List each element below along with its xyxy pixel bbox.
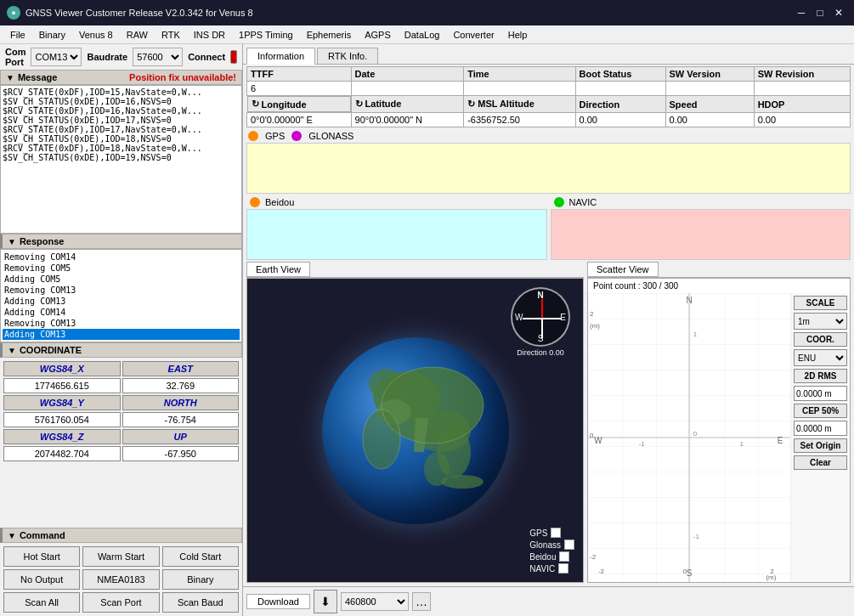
menu-agps[interactable]: AGPS xyxy=(358,28,398,42)
cold-start-button[interactable]: Cold Start xyxy=(162,546,239,567)
svg-text:-2: -2 xyxy=(598,568,605,575)
svg-point-8 xyxy=(363,410,400,469)
longitude-refresh-icon[interactable]: ↻ xyxy=(252,99,259,110)
svg-text:2: 2 xyxy=(590,310,594,318)
scatter-view-tabs: Scatter View xyxy=(587,262,851,278)
svg-text:(m): (m) xyxy=(766,574,776,581)
latitude-refresh-icon[interactable]: ↻ xyxy=(355,99,363,109)
response-line: Removing COM13 xyxy=(3,318,240,329)
svg-point-9 xyxy=(369,369,403,399)
earth-view-content: N S E W Direction 0. xyxy=(246,278,584,583)
glonass-legend-label: GLONASS xyxy=(308,131,353,141)
menu-help[interactable]: Help xyxy=(501,28,534,42)
legend-beidou: Beidou ✓ xyxy=(529,551,574,562)
minimize-button[interactable]: ─ xyxy=(793,4,810,21)
east-label[interactable]: EAST xyxy=(122,361,240,376)
wgs84z-label[interactable]: WGS84_Z xyxy=(3,429,121,444)
cep50-value[interactable] xyxy=(794,421,847,436)
main-content: Com Port COM13 COM1 COM2 Baudrate 57600 … xyxy=(0,44,854,616)
response-content[interactable]: Removing COM14Removing COM5Adding COM5Re… xyxy=(0,249,242,342)
gps-checkbox[interactable]: ✓ xyxy=(551,528,561,538)
download-baud-select[interactable]: 460800 115200 57600 xyxy=(341,592,409,611)
navic-checkbox[interactable]: ✓ xyxy=(558,563,568,574)
scatter-view-tab[interactable]: Scatter View xyxy=(587,262,659,277)
nmea0183-button[interactable]: NMEA0183 xyxy=(82,569,159,590)
menu-file[interactable]: File xyxy=(3,28,32,42)
sw-revision-value xyxy=(754,82,850,96)
direction-label: Direction 0.00 xyxy=(511,348,570,357)
coordinate-grid: WGS84_X EAST 1774656.615 32.769 WGS84_Y … xyxy=(0,358,242,465)
warm-start-button[interactable]: Warm Start xyxy=(82,546,159,567)
response-label: Response xyxy=(20,236,65,246)
info-tab-bar: Information RTK Info. xyxy=(243,44,854,65)
info-grid-container: TTFF Date Time Boot Status SW Version SW… xyxy=(246,66,851,127)
north-label[interactable]: NORTH xyxy=(122,395,240,410)
compass-needle-svg xyxy=(512,289,568,345)
menu-datalog[interactable]: DataLog xyxy=(398,28,447,42)
scan-all-button[interactable]: Scan All xyxy=(3,592,80,613)
tab-information[interactable]: Information xyxy=(246,48,315,65)
gnss-legend-row: GPS GLONASS xyxy=(248,131,849,141)
wgs84x-label[interactable]: WGS84_X xyxy=(3,361,121,376)
globe-svg xyxy=(322,337,509,524)
message-line: $SV_CH_STATUS(0xDE),IOD=17,NSVS=0 xyxy=(3,116,240,125)
no-output-button[interactable]: No Output xyxy=(3,569,80,590)
response-line: Adding COM13 xyxy=(3,329,240,340)
scan-baud-button[interactable]: Scan Baud xyxy=(162,592,239,613)
speed-value: 0.00 xyxy=(665,113,754,127)
com-port-label: Com Port xyxy=(5,47,25,67)
wgs84x-value: 1774656.615 xyxy=(3,378,121,393)
beidou-header: Beidou xyxy=(246,195,547,209)
scatter-plot-area: N S E W 1 -1 0 1 -1 2 xyxy=(588,293,790,582)
up-label[interactable]: UP xyxy=(122,429,240,444)
navic-label: NAVIC xyxy=(569,197,597,207)
hot-start-button[interactable]: Hot Start xyxy=(3,546,80,567)
svg-text:0: 0 xyxy=(683,568,687,575)
msl-refresh-icon[interactable]: ↻ xyxy=(467,99,475,109)
binary-button[interactable]: Binary xyxy=(162,569,239,590)
glonass-checkbox[interactable]: ✓ xyxy=(564,540,574,550)
cep50-label: CEP 50% xyxy=(794,404,847,418)
menu-insdr[interactable]: INS DR xyxy=(187,28,232,42)
beidou-navic-row: Beidou NAVIC xyxy=(246,195,851,260)
navic-bars xyxy=(551,209,851,260)
wgs84y-label[interactable]: WGS84_Y xyxy=(3,395,121,410)
message-content[interactable]: $RCV_STATE(0xDF),IOD=15,NavState=0,W...$… xyxy=(0,85,242,234)
scan-port-button[interactable]: Scan Port xyxy=(82,592,159,613)
menu-1pps[interactable]: 1PPS Timing xyxy=(232,28,300,42)
message-arrow: ▼ xyxy=(6,73,14,82)
menu-raw[interactable]: RAW xyxy=(120,28,155,42)
scale-button[interactable]: SCALE xyxy=(794,296,847,310)
longitude-value: 0°0'0.00000" E xyxy=(247,113,352,127)
baudrate-select[interactable]: 57600 9600 115200 xyxy=(133,48,183,66)
menu-rtk[interactable]: RTK xyxy=(155,28,187,42)
coor-button[interactable]: COOR. xyxy=(794,332,847,347)
message-line: $SV_CH_STATUS(0xDE),IOD=18,NSVS=0 xyxy=(3,134,240,144)
download-tab[interactable]: Download xyxy=(246,594,310,609)
window-controls: ─ □ ✕ xyxy=(793,4,847,21)
wgs84z-value: 2074482.704 xyxy=(3,446,121,461)
north-value: -76.754 xyxy=(122,412,240,427)
rms2d-label: 2D RMS xyxy=(794,369,847,383)
tab-rtk-info[interactable]: RTK Info. xyxy=(317,48,378,64)
message-line: $RCV_STATE(0xDF),IOD=18,NavState=0,W... xyxy=(3,144,240,153)
set-origin-button[interactable]: Set Origin xyxy=(794,438,847,453)
connect-label: Connect xyxy=(188,52,225,62)
earth-view-tab[interactable]: Earth View xyxy=(246,262,310,277)
rms2d-value[interactable] xyxy=(794,386,847,401)
menu-converter[interactable]: Converter xyxy=(446,28,501,42)
coor-select[interactable]: ENU NED xyxy=(794,349,847,366)
download-options-button[interactable]: … xyxy=(412,592,431,611)
menu-venus8[interactable]: Venus 8 xyxy=(72,28,120,42)
hdop-value: 0.00 xyxy=(754,113,850,127)
legend-gps: GPS ✓ xyxy=(529,528,574,538)
maximize-button[interactable]: □ xyxy=(812,4,829,21)
beidou-checkbox[interactable]: ✓ xyxy=(559,551,569,562)
com-port-select[interactable]: COM13 COM1 COM2 xyxy=(31,48,82,66)
download-icon[interactable]: ⬇ xyxy=(314,590,337,613)
menu-binary[interactable]: Binary xyxy=(32,28,72,42)
clear-button[interactable]: Clear xyxy=(794,455,847,470)
scale-select[interactable]: 1m 2m 5m xyxy=(794,313,847,330)
menu-ephemeris[interactable]: Ephemeris xyxy=(300,28,359,42)
close-button[interactable]: ✕ xyxy=(830,4,847,21)
